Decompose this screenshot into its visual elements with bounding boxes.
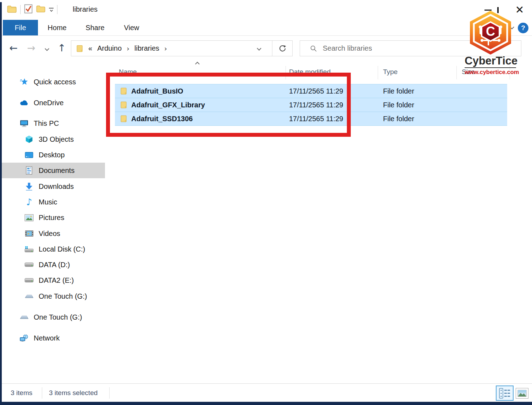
sidebar-item-videos[interactable]: Videos: [2, 226, 105, 241]
sidebar-item-label: Quick access: [34, 78, 76, 86]
sidebar-item-label: Pictures: [39, 214, 64, 222]
disk-windows-icon: [24, 246, 34, 253]
logo-brand-text: CyberTice: [465, 55, 516, 68]
column-separator[interactable]: [456, 66, 457, 79]
disk-icon: [24, 278, 34, 283]
refresh-button[interactable]: [272, 40, 293, 56]
navigation-toolbar: ← → ↑ « Arduino › libraries › Search lib…: [0, 36, 532, 60]
sidebar-item-local-disk-c[interactable]: Local Disk (C:): [2, 241, 105, 257]
sidebar-item-desktop[interactable]: Desktop: [2, 147, 105, 163]
qat-properties-button[interactable]: [24, 4, 33, 15]
sidebar-item-label: Downloads: [39, 182, 74, 191]
sidebar-item-data-d[interactable]: DATA (D:): [2, 257, 105, 272]
help-button[interactable]: ?: [518, 23, 528, 33]
document-icon: [24, 166, 34, 175]
highlight-rectangle: [106, 73, 351, 137]
sidebar-item-label: OneDrive: [34, 99, 63, 107]
sidebar-item-one-touch-g[interactable]: One Touch (G:): [2, 288, 105, 304]
breadcrumb-prefix: «: [88, 44, 92, 52]
thumbnail-view-button[interactable]: [516, 388, 528, 399]
cloud-icon: [20, 100, 29, 106]
sidebar-item-label: One Touch (G:): [39, 292, 87, 300]
window-frame-left: [0, 2, 2, 405]
window-frame-bottom: [0, 402, 532, 405]
sidebar-item-one-touch-g-root[interactable]: One Touch (G:): [2, 309, 105, 325]
sidebar-item-label: 3D Objects: [39, 135, 74, 144]
forward-button[interactable]: →: [23, 36, 39, 60]
search-icon: [310, 45, 317, 52]
ribbon-tab-bar: File Home Share View ?: [0, 20, 532, 36]
sidebar-item-label: Desktop: [39, 151, 65, 159]
qat-new-folder-button[interactable]: [36, 5, 45, 14]
file-type: File folder: [383, 98, 414, 112]
file-explorer-window: libraries ✕ File Home Share View ? ← → ↑…: [0, 0, 532, 405]
breadcrumb-arduino[interactable]: Arduino: [97, 44, 122, 52]
external-drive-icon: [24, 294, 34, 299]
sidebar-item-label: Documents: [39, 167, 74, 175]
file-type: File folder: [383, 112, 414, 125]
status-bar: 3 items 3 items selected: [0, 383, 532, 402]
sidebar-item-this-pc[interactable]: This PC: [2, 116, 105, 131]
sidebar-item-downloads[interactable]: Downloads: [2, 179, 105, 194]
column-header-type[interactable]: Type: [383, 65, 398, 79]
tab-view[interactable]: View: [116, 20, 148, 35]
sidebar-item-pictures[interactable]: Pictures: [2, 210, 105, 225]
up-button[interactable]: ↑: [54, 36, 70, 60]
column-separator[interactable]: [378, 66, 378, 79]
sidebar-item-label: Network: [34, 334, 60, 342]
sidebar-item-quick-access[interactable]: Quick access: [2, 74, 105, 90]
pc-monitor-icon: [20, 119, 29, 128]
external-drive-icon: [20, 315, 29, 320]
star-icon: [20, 78, 29, 86]
sidebar-item-network[interactable]: Network: [2, 330, 105, 346]
cybertice-logo: C CyberTice www.cybertice.com: [465, 10, 516, 75]
recent-locations-chevron[interactable]: [45, 46, 49, 51]
tab-file[interactable]: File: [3, 20, 38, 35]
quick-access-toolbar: [7, 4, 57, 15]
tab-home[interactable]: Home: [41, 20, 73, 35]
tab-share[interactable]: Share: [79, 20, 111, 35]
sort-ascending-icon: [195, 62, 200, 66]
thumbnail-view-icon: [517, 390, 527, 397]
selected-count: 3 items selected: [49, 384, 98, 402]
sidebar-item-label: Local Disk (C:): [39, 245, 85, 253]
address-bar[interactable]: « Arduino › libraries ›: [71, 40, 272, 56]
film-icon: [24, 230, 34, 237]
status-separator: [42, 387, 42, 399]
view-toggle-buttons: [496, 386, 528, 401]
sidebar-item-onedrive[interactable]: OneDrive: [2, 95, 105, 111]
breadcrumb-separator-icon[interactable]: ›: [127, 44, 129, 53]
sidebar-item-documents[interactable]: Documents: [2, 163, 105, 178]
svg-text:C: C: [486, 24, 495, 39]
close-icon: ✕: [515, 5, 524, 15]
window-title: libraries: [73, 5, 98, 13]
item-count: 3 items: [11, 384, 32, 402]
sidebar-item-label: This PC: [34, 119, 59, 128]
desktop-icon: [24, 151, 34, 159]
search-input[interactable]: Search libraries: [323, 44, 372, 52]
navigation-pane: Quick access OneDrive This PC 3D Objects…: [2, 60, 105, 384]
qat-separator-2: [57, 5, 57, 14]
sidebar-item-music[interactable]: ♪ Music: [2, 194, 105, 210]
breadcrumb-libraries[interactable]: libraries: [134, 44, 159, 52]
details-view-icon: [499, 388, 511, 399]
sidebar-item-label: Videos: [39, 230, 60, 238]
back-button[interactable]: ←: [6, 36, 21, 60]
qat-customize-dropdown[interactable]: [49, 8, 54, 11]
app-folder-icon: [7, 5, 17, 15]
sidebar-item-data2-e[interactable]: DATA2 (E:): [2, 272, 105, 288]
qat-separator: [20, 5, 21, 14]
sidebar-item-label: Music: [39, 198, 57, 206]
sidebar-item-label: One Touch (G:): [34, 313, 82, 321]
cybertice-hexagon-icon: C: [468, 10, 513, 55]
sidebar-item-3d-objects[interactable]: 3D Objects: [2, 131, 105, 147]
sidebar-item-label: DATA (D:): [39, 261, 70, 269]
sidebar-item-label: DATA2 (E:): [39, 276, 74, 285]
details-view-button[interactable]: [496, 386, 514, 401]
breadcrumb-separator-icon-2[interactable]: ›: [164, 44, 167, 53]
address-folder-icon: [76, 45, 84, 52]
disk-icon: [24, 262, 34, 267]
title-bar[interactable]: libraries ✕: [0, 0, 532, 20]
close-button[interactable]: ✕: [516, 2, 532, 18]
download-arrow-icon: [24, 182, 34, 191]
